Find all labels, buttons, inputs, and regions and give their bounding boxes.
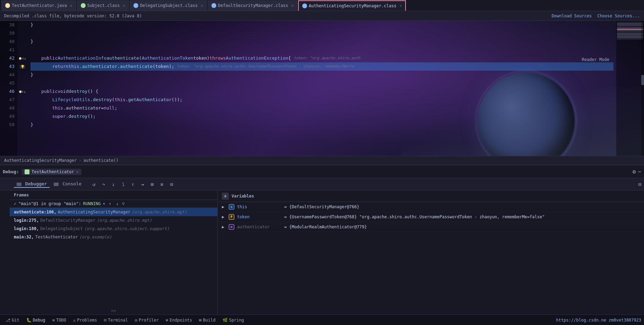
frame-3-class: DelegatingSubject xyxy=(40,226,83,231)
btn-force-step-into[interactable]: ⤵ xyxy=(119,180,127,188)
btn-rerun[interactable]: ↺ xyxy=(90,180,98,188)
tab-testauth-close[interactable]: × xyxy=(70,3,72,8)
breakpoint-42[interactable]: ● xyxy=(19,56,21,61)
tab-subject[interactable]: Subject.class × xyxy=(77,0,129,11)
status-todo-label: TODO xyxy=(56,318,66,323)
tab-defaultsm-label: DefaultSecurityManager.class xyxy=(218,3,288,8)
status-spring[interactable]: 🌿 Spring xyxy=(220,317,247,323)
settings-icon[interactable]: ⚙ xyxy=(633,168,636,175)
var-item-token[interactable]: ▶ P token = {UsernamePasswordToken@768} … xyxy=(218,212,644,222)
tab-delegating-close[interactable]: × xyxy=(201,3,203,8)
thread-filter[interactable]: ▽ xyxy=(122,201,124,206)
breakpoint-46[interactable]: ● xyxy=(19,89,21,94)
download-sources-link[interactable]: Download Sources xyxy=(552,14,592,18)
line-50: 50 xyxy=(0,121,15,129)
var-name-authenticator: authenticator xyxy=(237,225,279,229)
code-area[interactable]: } } public AuthenticationInfo authentica… xyxy=(28,21,616,156)
var-name-token: token xyxy=(237,214,279,219)
gutter-icons: ● ↑↓ 💡 ● ↑↓ xyxy=(17,21,28,156)
thread-nav-down[interactable]: ↓ xyxy=(115,201,120,206)
tab-defaultsm-close[interactable]: × xyxy=(291,3,294,8)
info-bar-actions: Download Sources Choose Sources... xyxy=(552,14,640,18)
var-expand-token[interactable]: ▶ xyxy=(222,214,226,219)
var-expand-this[interactable]: ▶ xyxy=(222,204,226,209)
status-endpoints[interactable]: ⊕ Endpoints xyxy=(163,317,195,323)
frame-item-1[interactable]: authenticate:106, AuthenticatingSecurity… xyxy=(10,208,217,216)
status-git[interactable]: ⎇ Git xyxy=(3,317,22,323)
line-46: 46 xyxy=(0,87,15,96)
status-todo[interactable]: ≡ TODO xyxy=(50,317,69,323)
debug-session-close[interactable]: × xyxy=(76,169,79,174)
debugger-tab-icon xyxy=(17,183,21,186)
line-numbers: 38 39 40 41 42 43 44 45 46 47 48 49 50 xyxy=(0,21,17,156)
frame-item-4[interactable]: main:32, TestAuthenticator (org.example) xyxy=(10,233,217,241)
status-problems[interactable]: ⚠ Problems xyxy=(70,317,100,323)
reader-mode-button[interactable]: Reader Mode xyxy=(582,57,609,62)
editor-container: Reader Mode 38 39 40 41 42 43 44 45 46 4… xyxy=(0,21,644,156)
btn-step-into[interactable]: ↓ xyxy=(109,180,118,188)
var-expand-authenticator[interactable]: ▶ xyxy=(222,225,226,229)
var-item-this[interactable]: ▶ ≡ this = {DefaultSecurityManager@766} xyxy=(218,202,644,212)
status-build[interactable]: ⊞ Build xyxy=(196,317,218,323)
code-line-46: public void destroy () { xyxy=(31,87,613,96)
tab-debugger[interactable]: Debugger xyxy=(14,181,50,188)
btn-step-over[interactable]: ↷ xyxy=(99,180,108,188)
btn-mute[interactable]: ⊟ xyxy=(167,180,176,188)
gutter-43: 💡 xyxy=(17,62,28,71)
add-variable-btn[interactable]: + xyxy=(222,193,229,200)
thread-dropdown[interactable]: ▾ xyxy=(103,201,105,206)
right-panel-btn[interactable]: ⊟ xyxy=(638,182,641,187)
terminal-icon: ⊡ xyxy=(104,318,106,323)
btn-run-cursor[interactable]: ⇥ xyxy=(138,180,147,188)
breadcrumb-method[interactable]: authenticate() xyxy=(84,158,119,163)
tab-subject-close[interactable]: × xyxy=(123,3,125,8)
tab-authenticatingsm-close[interactable]: × xyxy=(400,3,402,8)
minimize-icon[interactable]: − xyxy=(638,168,641,175)
status-debug[interactable]: 🐛 Debug xyxy=(24,317,48,323)
frames-panel: Frames ✓ "main"@1 in group "main": RUNNI… xyxy=(10,191,218,315)
tab-delegating[interactable]: DelegatingSubject.class × xyxy=(130,0,207,11)
var-name-this: this xyxy=(237,204,279,209)
profiler-icon: ◎ xyxy=(135,318,137,323)
tab-authenticatingsm[interactable]: AuthenticatingSecurityManager.class × xyxy=(298,0,406,11)
thread-name: "main"@1 in group "main": xyxy=(18,201,81,206)
tab-subject-label: Subject.class xyxy=(87,3,120,8)
tab-defaultsm[interactable]: DefaultSecurityManager.class × xyxy=(208,0,297,11)
tab-testauth[interactable]: TestAuthenticator.java × xyxy=(1,0,76,11)
frame-item-3[interactable]: login:180, DelegatingSubject (org.apache… xyxy=(10,225,217,233)
btn-step-out[interactable]: ↑ xyxy=(129,180,137,188)
more-frames-btn[interactable]: >> xyxy=(10,307,217,315)
status-terminal-label: Terminal xyxy=(108,318,128,323)
frame-3-package: (org.apache.shiro.subject.support) xyxy=(84,226,169,231)
session-icon xyxy=(25,169,29,174)
choose-sources-link[interactable]: Choose Sources... xyxy=(597,14,640,18)
tab-console[interactable]: Console xyxy=(51,181,84,188)
scrollbar-thumb[interactable] xyxy=(641,75,644,85)
line-42: 42 xyxy=(0,54,15,62)
scrollbar[interactable] xyxy=(641,21,644,156)
line-41: 41 xyxy=(0,46,15,54)
var-value-authenticator: = {ModularRealmAuthenticator@779} xyxy=(284,225,367,229)
variables-title: Variables xyxy=(232,194,254,199)
debug-indicator-43: 💡 xyxy=(20,65,25,69)
btn-evaluate[interactable]: ⊞ xyxy=(148,180,156,188)
tab-testauth-label: TestAuthenticator.java xyxy=(12,3,67,8)
breadcrumb-separator: › xyxy=(79,158,81,163)
gutter-41 xyxy=(17,46,28,54)
status-profiler-label: Profiler xyxy=(139,318,159,323)
status-terminal[interactable]: ⊡ Terminal xyxy=(101,317,131,323)
thread-nav-up[interactable]: ↑ xyxy=(107,201,113,206)
debug-session[interactable]: TestAuthenticator × xyxy=(22,169,81,175)
console-icon xyxy=(54,183,59,186)
endpoints-icon: ⊕ xyxy=(166,318,168,323)
frame-item-2[interactable]: login:275, DefaultSecurityManager (org.a… xyxy=(10,216,217,225)
frame-4-method: main:32, xyxy=(14,235,34,239)
status-profiler[interactable]: ◎ Profiler xyxy=(132,317,162,323)
breadcrumb-class[interactable]: AuthenticatingSecurityManager xyxy=(4,158,77,163)
tab-console-label: Console xyxy=(62,181,81,186)
frame-1-method: authenticate:106, xyxy=(14,210,56,214)
var-item-authenticator[interactable]: ▶ ∞ authenticator = {ModularRealmAuthent… xyxy=(218,222,644,232)
frame-2-class: DefaultSecurityManager xyxy=(40,218,95,223)
btn-breakpoints[interactable]: ≡ xyxy=(158,180,166,188)
toolbar-buttons: ↺ ↷ ↓ ⤵ ↑ ⇥ ⊞ ≡ ⊟ xyxy=(90,180,176,188)
